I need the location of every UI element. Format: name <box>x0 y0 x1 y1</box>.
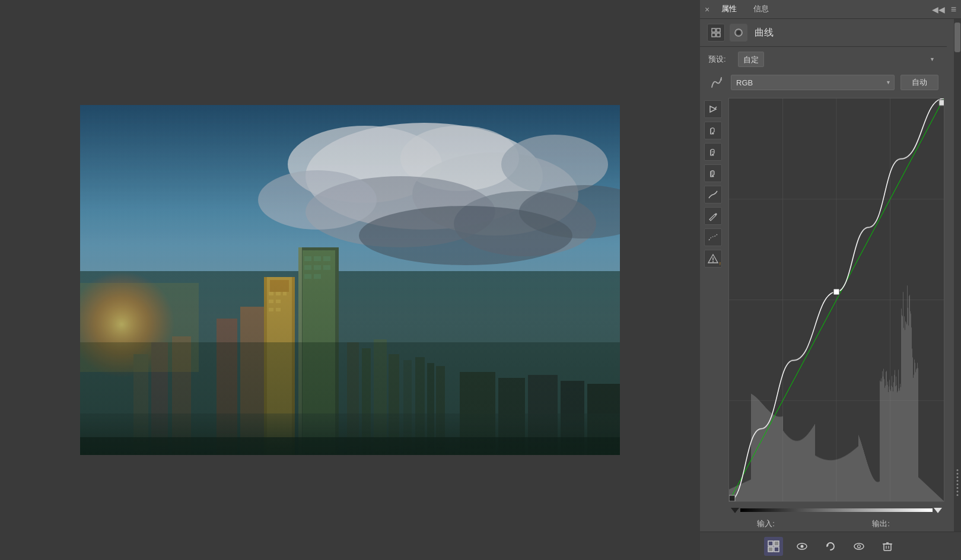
curves-graph-wrap <box>726 96 947 516</box>
tab-info[interactable]: 信息 <box>746 1 776 18</box>
panel-content: 曲线 预设: 自定 <box>700 19 954 532</box>
preset-row: 预设: 自定 <box>700 47 947 72</box>
curve-tools: ! <box>700 96 726 516</box>
panel-body: 曲线 预设: 自定 <box>700 19 961 532</box>
panel-tabs: 属性 信息 <box>714 1 931 18</box>
scrollbar-drag-dots <box>957 469 959 496</box>
menu-icon[interactable]: ≡ <box>951 4 956 15</box>
preset-select-wrapper: 自定 <box>738 52 938 67</box>
right-panel: × 属性 信息 ◀◀ ≡ <box>700 0 961 560</box>
svg-rect-77 <box>768 547 773 552</box>
scrollbar-thumb <box>954 23 960 52</box>
black-point-slider[interactable] <box>731 508 739 513</box>
adjustment-circle-icon[interactable] <box>730 24 747 42</box>
preset-select[interactable]: 自定 <box>738 52 764 67</box>
photo-frame <box>80 105 620 455</box>
channel-select-wrapper: RGB 红 绿 蓝 <box>731 75 895 90</box>
svg-point-71 <box>712 176 714 177</box>
smooth-curve-tool[interactable] <box>704 228 722 246</box>
eyedropper-auto-tool[interactable] <box>704 100 722 118</box>
white-point-slider[interactable] <box>934 508 942 513</box>
svg-point-83 <box>858 545 861 548</box>
pencil-tool[interactable] <box>704 207 722 225</box>
channel-select[interactable]: RGB 红 绿 蓝 <box>731 75 895 90</box>
bottom-toolbar <box>700 532 961 560</box>
svg-point-62 <box>737 31 741 35</box>
eyedropper-highlight-tool[interactable] <box>704 164 722 182</box>
visibility-eye-button[interactable] <box>793 537 812 556</box>
eyedropper-shadow-tool[interactable] <box>704 122 722 139</box>
adjustment-layer-button[interactable] <box>764 537 783 556</box>
tab-properties[interactable]: 属性 <box>714 1 744 18</box>
curves-title: 曲线 <box>755 27 774 39</box>
curves-canvas-container[interactable] <box>728 98 944 502</box>
svg-rect-57 <box>712 28 715 32</box>
workspace: × 属性 信息 ◀◀ ≡ <box>0 0 961 560</box>
input-label: 输入: <box>757 518 775 529</box>
canvas-area <box>0 0 700 560</box>
eye-button[interactable] <box>849 537 868 556</box>
svg-line-64 <box>715 107 717 109</box>
svg-rect-60 <box>717 33 720 37</box>
panel-scrollbar[interactable] <box>954 19 961 532</box>
svg-point-74 <box>712 261 714 262</box>
warning-tool[interactable]: ! <box>704 250 722 268</box>
svg-rect-84 <box>884 544 891 551</box>
panel-icons-row: 曲线 <box>700 19 947 47</box>
svg-rect-58 <box>717 28 720 32</box>
auto-button[interactable]: 自动 <box>900 75 938 90</box>
svg-rect-75 <box>768 541 773 546</box>
panel-header: × 属性 信息 ◀◀ ≡ <box>700 0 961 19</box>
warning-badge: ! <box>720 261 721 266</box>
svg-point-80 <box>801 545 804 548</box>
gradient-slider-track[interactable] <box>740 508 933 512</box>
curve-smooth-tool[interactable] <box>704 186 722 203</box>
eyedropper-midtone-tool[interactable] <box>704 143 722 161</box>
svg-point-68 <box>712 154 714 156</box>
io-row: 输入: 输出: <box>700 516 947 532</box>
curves-canvas[interactable] <box>729 98 944 501</box>
photo-container <box>80 105 620 455</box>
svg-point-66 <box>712 133 714 135</box>
delete-button[interactable] <box>878 537 897 556</box>
rgb-row: RGB 红 绿 蓝 自动 <box>700 72 947 96</box>
svg-point-82 <box>854 543 864 549</box>
curves-area: ! <box>700 96 947 516</box>
adjust-curve-icon[interactable] <box>708 74 725 91</box>
preset-label: 预设: <box>708 54 732 65</box>
adjustment-grid-icon[interactable] <box>707 24 725 42</box>
sliders-row <box>728 504 944 516</box>
output-label: 输出: <box>872 518 890 529</box>
svg-rect-59 <box>712 33 715 37</box>
svg-rect-78 <box>774 547 779 552</box>
svg-rect-76 <box>774 541 779 546</box>
arrows-icon[interactable]: ◀◀ <box>932 5 945 14</box>
close-button[interactable]: × <box>705 5 709 14</box>
reset-button[interactable] <box>821 537 840 556</box>
